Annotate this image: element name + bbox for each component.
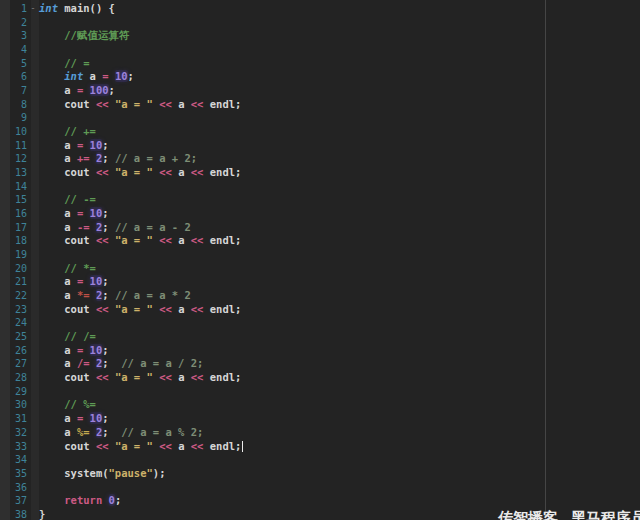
line-number[interactable]: 30 bbox=[0, 398, 27, 412]
line-number[interactable]: 1 bbox=[0, 2, 27, 16]
code-line[interactable]: 10 // += bbox=[0, 125, 640, 139]
code-line[interactable]: 5 // = bbox=[0, 57, 640, 71]
line-number[interactable]: 27 bbox=[0, 357, 27, 371]
line-number[interactable]: 11 bbox=[0, 139, 27, 153]
code-line[interactable]: 26 a = 10; bbox=[0, 344, 640, 358]
code-line[interactable]: 18 cout << "a = " << a << endl; bbox=[0, 234, 640, 248]
line-number[interactable]: 29 bbox=[0, 385, 27, 399]
code-line[interactable]: 20 // *= bbox=[0, 262, 640, 276]
line-number[interactable]: 19 bbox=[0, 248, 27, 262]
token-op: << bbox=[191, 440, 204, 452]
code-line[interactable]: 25 // /= bbox=[0, 330, 640, 344]
code-line[interactable]: 15 // -= bbox=[0, 193, 640, 207]
line-number[interactable]: 32 bbox=[0, 426, 27, 440]
code-line[interactable]: 11 a = 10; bbox=[0, 139, 640, 153]
line-number[interactable]: 33 bbox=[0, 440, 27, 454]
line-number[interactable]: 25 bbox=[0, 330, 27, 344]
line-number[interactable]: 31 bbox=[0, 412, 27, 426]
token-op: += bbox=[77, 152, 90, 164]
token-pl bbox=[39, 29, 64, 41]
line-number[interactable]: 8 bbox=[0, 98, 27, 112]
code-line[interactable]: 17 a -= 2; // a = a - 2 bbox=[0, 221, 640, 235]
outline-margin-cell bbox=[27, 344, 39, 358]
code-line[interactable]: 13 cout << "a = " << a << endl; bbox=[0, 166, 640, 180]
code-line[interactable]: 7 a = 100; bbox=[0, 84, 640, 98]
line-number[interactable]: 21 bbox=[0, 275, 27, 289]
line-number[interactable]: 10 bbox=[0, 125, 27, 139]
line-number[interactable]: 16 bbox=[0, 207, 27, 221]
token-pl: a bbox=[83, 70, 102, 82]
code-line[interactable]: 22 a *= 2; // a = a * 2 bbox=[0, 289, 640, 303]
code-line[interactable]: 21 a = 10; bbox=[0, 275, 640, 289]
code-line[interactable]: 16 a = 10; bbox=[0, 207, 640, 221]
line-number[interactable]: 6 bbox=[0, 70, 27, 84]
code-line[interactable]: 36 bbox=[0, 481, 640, 495]
line-number[interactable]: 24 bbox=[0, 316, 27, 330]
code-line[interactable]: 31 a = 10; bbox=[0, 412, 640, 426]
token-comi: // a = a - 2 bbox=[115, 221, 191, 233]
line-number[interactable]: 14 bbox=[0, 180, 27, 194]
line-number[interactable]: 23 bbox=[0, 303, 27, 317]
token-pl: endl; bbox=[203, 440, 241, 452]
token-com: // -= bbox=[64, 193, 96, 205]
code-line[interactable]: 33 cout << "a = " << a << endl; bbox=[0, 440, 640, 454]
line-number[interactable]: 5 bbox=[0, 57, 27, 71]
line-number[interactable]: 18 bbox=[0, 234, 27, 248]
code-line[interactable]: 30 // %= bbox=[0, 398, 640, 412]
code-line[interactable]: 35 system("pause"); bbox=[0, 467, 640, 481]
code-line[interactable]: 24 bbox=[0, 316, 640, 330]
line-number[interactable]: 15 bbox=[0, 193, 27, 207]
code-line[interactable]: 27 a /= 2; // a = a / 2; bbox=[0, 357, 640, 371]
code-line[interactable]: 19 bbox=[0, 248, 640, 262]
token-pl: ; bbox=[102, 207, 108, 219]
token-pl: a bbox=[39, 357, 77, 369]
line-number[interactable]: 34 bbox=[0, 453, 27, 467]
code-line[interactable]: 37 return 0; bbox=[0, 494, 640, 508]
line-number[interactable]: 28 bbox=[0, 371, 27, 385]
code-line[interactable]: 4 bbox=[0, 43, 640, 57]
code-line[interactable]: 6 int a = 10; bbox=[0, 70, 640, 84]
token-str: "a = " bbox=[115, 440, 153, 452]
token-pl: cout bbox=[39, 371, 96, 383]
line-number[interactable]: 26 bbox=[0, 344, 27, 358]
code-line[interactable]: 8 cout << "a = " << a << endl; bbox=[0, 98, 640, 112]
token-pl bbox=[39, 262, 64, 274]
line-number[interactable]: 12 bbox=[0, 152, 27, 166]
code-line[interactable]: 34 bbox=[0, 453, 640, 467]
line-number[interactable]: 9 bbox=[0, 111, 27, 125]
outline-margin-cell bbox=[27, 70, 39, 84]
token-pl bbox=[83, 412, 89, 424]
line-number[interactable]: 7 bbox=[0, 84, 27, 98]
line-number[interactable]: 37 bbox=[0, 494, 27, 508]
token-op: << bbox=[159, 234, 172, 246]
line-number[interactable]: 17 bbox=[0, 221, 27, 235]
code-line[interactable]: 32 a %= 2; // a = a % 2; bbox=[0, 426, 640, 440]
token-pl: ); bbox=[153, 467, 166, 479]
line-number[interactable]: 22 bbox=[0, 289, 27, 303]
line-number[interactable]: 4 bbox=[0, 43, 27, 57]
code-line[interactable]: 9 bbox=[0, 111, 640, 125]
line-number[interactable]: 38 bbox=[0, 508, 27, 520]
token-comi: // a = a + 2; bbox=[115, 152, 197, 164]
line-number[interactable]: 2 bbox=[0, 16, 27, 30]
outline-collapse-icon[interactable]: - bbox=[27, 2, 39, 16]
outline-margin-cell bbox=[27, 440, 39, 454]
code-line[interactable]: 3 //赋值运算符 bbox=[0, 29, 640, 43]
code-line[interactable]: 2 bbox=[0, 16, 640, 30]
line-number[interactable]: 36 bbox=[0, 481, 27, 495]
code-line[interactable]: 28 cout << "a = " << a << endl; bbox=[0, 371, 640, 385]
line-number[interactable]: 20 bbox=[0, 262, 27, 276]
token-pl bbox=[39, 330, 64, 342]
line-number[interactable]: 13 bbox=[0, 166, 27, 180]
token-op: << bbox=[191, 234, 204, 246]
line-number[interactable]: 3 bbox=[0, 29, 27, 43]
outline-margin-cell bbox=[27, 180, 39, 194]
token-pl bbox=[102, 494, 108, 506]
code-line[interactable]: 14 bbox=[0, 180, 640, 194]
code-line[interactable]: 23 cout << "a = " << a << endl; bbox=[0, 303, 640, 317]
code-line[interactable]: 12 a += 2; // a = a + 2; bbox=[0, 152, 640, 166]
line-number[interactable]: 35 bbox=[0, 467, 27, 481]
code-line[interactable]: 1-int main() { bbox=[0, 2, 640, 16]
token-pl: system( bbox=[39, 467, 109, 479]
code-line[interactable]: 29 bbox=[0, 385, 640, 399]
